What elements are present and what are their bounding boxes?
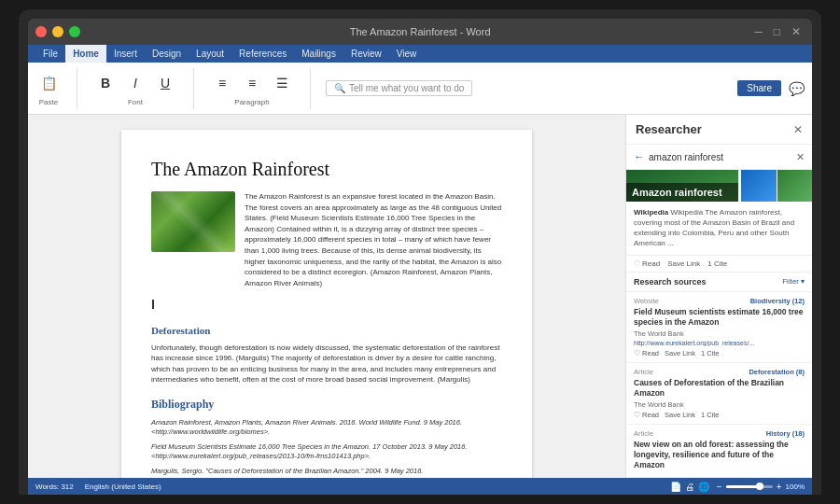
maximize-icon[interactable]: □: [770, 25, 784, 38]
source-2-save-button[interactable]: Save Link: [665, 411, 695, 419]
bibliography-section: Bibliography Amazon Rainforest, Amazon P…: [151, 397, 502, 478]
wiki-save-link-button[interactable]: Save Link: [667, 259, 700, 268]
researcher-panel: Researcher ✕ ← amazon rainforest ✕: [625, 115, 812, 478]
window-controls: × – +: [35, 26, 80, 37]
document-title: The Amazon Rainforest: [151, 156, 502, 182]
source-1-actions: ♡ Read Save Link 1 Cite: [634, 349, 805, 357]
tab-review[interactable]: Review: [343, 45, 389, 63]
thumb-2: [777, 170, 813, 202]
source-1-type: Website: [634, 297, 659, 305]
panel-title: Researcher: [636, 122, 702, 136]
tab-mailings[interactable]: Mailings: [294, 45, 343, 63]
featured-grid: [741, 170, 812, 202]
align-center-button[interactable]: ≡: [239, 70, 265, 96]
source-2-meta: Article Deforestation (8): [634, 368, 805, 376]
source-2-read-button[interactable]: ♡ Read: [634, 411, 659, 419]
bib-2-text: Field Museum Scientists Estimate 16,000 …: [151, 442, 468, 461]
window-title: The Amazon Rainforest - Word: [90, 26, 750, 37]
source-2-org: The World Bank: [634, 400, 805, 409]
panel-search-bar: ← amazon rainforest ✕: [626, 145, 812, 170]
underline-button[interactable]: U: [152, 70, 178, 96]
source-2-cite-button[interactable]: 1 Cite: [701, 411, 720, 419]
window-chrome: × – + The Amazon Rainforest - Word ─ □ ✕: [28, 19, 812, 45]
zoom-level: 100%: [786, 483, 805, 491]
source-item-3: Article History (18) New view on an old …: [626, 425, 812, 478]
zoom-out-icon[interactable]: −: [717, 482, 722, 492]
share-button[interactable]: Share: [737, 80, 781, 96]
minimize-btn[interactable]: –: [52, 26, 63, 37]
tab-references[interactable]: References: [231, 45, 294, 63]
paste-button[interactable]: 📋: [35, 70, 62, 96]
view-icons: 📄 🖨 🌐: [670, 482, 709, 492]
ribbon-paragraph: ≡ ≡ ☰ Paragraph: [209, 70, 295, 106]
tab-home[interactable]: Home: [65, 45, 106, 63]
tab-file[interactable]: File: [35, 45, 65, 63]
wiki-actions: ♡ Read Save Link 1 Cite: [626, 256, 812, 273]
separator-3: [310, 68, 311, 109]
window-actions: ─ □ ✕: [750, 25, 805, 38]
ribbon-font: B I U Font: [92, 70, 178, 106]
clear-search-icon[interactable]: ✕: [796, 151, 805, 163]
laptop-body: × – + The Amazon Rainforest - Word ─ □ ✕…: [19, 9, 821, 495]
align-left-button[interactable]: ≡: [209, 70, 235, 96]
tab-design[interactable]: Design: [145, 45, 189, 63]
source-1-category: Biodiversity (12): [750, 297, 805, 305]
tab-layout[interactable]: Layout: [189, 45, 231, 63]
source-item-2: Article Deforestation (8) Causes of Defo…: [626, 363, 812, 425]
source-1-save-button[interactable]: Save Link: [665, 349, 695, 357]
document-page: The Amazon Rainforest The Amazon Rainfor…: [121, 130, 532, 478]
search-input-value[interactable]: amazon rainforest: [649, 152, 792, 162]
close-btn[interactable]: ×: [35, 26, 47, 37]
maximize-btn[interactable]: +: [69, 26, 80, 37]
tab-view[interactable]: View: [389, 45, 425, 63]
zoom-in-icon[interactable]: +: [777, 482, 782, 492]
bib-entry-1: Amazon Rainforest, Amazon Plants, Amazon…: [151, 418, 502, 438]
source-item-1: Website Biodiversity (12) Field Museum s…: [626, 292, 812, 363]
close-icon[interactable]: ✕: [788, 25, 805, 38]
document-area[interactable]: The Amazon Rainforest The Amazon Rainfor…: [28, 115, 625, 478]
print-view-icon[interactable]: 🖨: [685, 482, 694, 492]
wiki-cite-button[interactable]: 1 Cite: [707, 259, 727, 268]
section1-text: Unfortunately, though deforestation is n…: [151, 343, 502, 385]
wiki-read-button[interactable]: ♡ Read: [634, 259, 660, 268]
screen: × – + The Amazon Rainforest - Word ─ □ ✕…: [28, 19, 812, 495]
search-icon: 🔍: [334, 83, 345, 93]
share-area: Share 💬: [737, 80, 805, 96]
tell-me-input[interactable]: 🔍 Tell me what you want to do: [326, 80, 472, 96]
paste-label: Paste: [39, 98, 58, 106]
tell-me-placeholder: Tell me what you want to do: [349, 83, 464, 93]
filter-label: Filter: [782, 277, 799, 286]
source-1-cite-button[interactable]: 1 Cite: [701, 349, 720, 357]
bib-3-text: Margulis, Sergio. "Causes of Deforestati…: [151, 467, 439, 478]
source-3-meta: Article History (18): [634, 429, 805, 438]
panel-header: Researcher ✕: [626, 115, 812, 145]
separator-1: [77, 68, 77, 109]
web-view-icon[interactable]: 🌐: [698, 482, 709, 492]
tell-me-area: 🔍 Tell me what you want to do: [326, 80, 722, 96]
bold-button[interactable]: B: [92, 70, 119, 96]
paragraph-label: Paragraph: [234, 98, 269, 106]
bibliography-title: Bibliography: [151, 397, 502, 413]
source-3-type: Article: [634, 429, 653, 438]
source-1-meta: Website Biodiversity (12): [634, 297, 805, 305]
minimize-icon[interactable]: ─: [750, 25, 766, 38]
bullets-button[interactable]: ☰: [269, 70, 295, 96]
zoom-thumb: [756, 483, 763, 490]
back-arrow-icon[interactable]: ←: [634, 150, 645, 163]
filter-button[interactable]: Filter ▾: [782, 277, 805, 286]
wiki-snippet: Wikipedia Wikipedia The Amazon rainfores…: [626, 202, 812, 256]
deforestation-section: Deforestation Unfortunately, though defo…: [151, 324, 502, 385]
word-count: Words: 312: [35, 483, 74, 491]
featured-label: Amazon rainforest: [626, 183, 738, 202]
source-1-read-button[interactable]: ♡ Read: [634, 349, 659, 357]
read-view-icon[interactable]: 📄: [670, 482, 681, 492]
comment-icon[interactable]: 💬: [789, 81, 805, 96]
tab-insert[interactable]: Insert: [106, 45, 145, 63]
zoom-control[interactable]: − + 100%: [717, 482, 805, 492]
doc-intro-row: The Amazon Rainforest is an expansive fo…: [151, 191, 502, 292]
bib-1-text: Amazon Rainforest, Amazon Plants, Amazon…: [151, 418, 462, 437]
doc-intro-text: The Amazon Rainforest is an expansive fo…: [245, 191, 502, 292]
ribbon-bar: 📋 Paste B I U Font ≡: [28, 63, 812, 115]
panel-close-button[interactable]: ✕: [793, 123, 803, 136]
italic-button[interactable]: I: [122, 70, 148, 96]
